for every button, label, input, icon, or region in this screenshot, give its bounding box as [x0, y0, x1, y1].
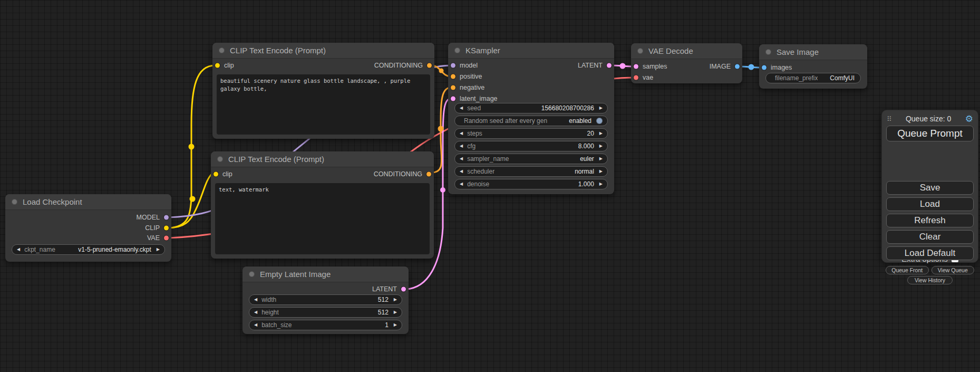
- widget-label: filename_prefix: [775, 74, 818, 82]
- ckpt-name-widget[interactable]: ◀ ckpt_name v1-5-pruned-emaonly.ckpt ▶: [12, 244, 165, 255]
- collapse-dot-icon[interactable]: [12, 199, 17, 205]
- clip-output-port[interactable]: [164, 226, 169, 231]
- link-midpoint-dot: [439, 69, 444, 73]
- increment-arrow-icon[interactable]: ▶: [394, 310, 397, 314]
- clip-input-port[interactable]: [214, 172, 218, 177]
- view-history-button[interactable]: View History: [907, 276, 953, 284]
- image-output-port[interactable]: [735, 64, 740, 69]
- negative-input-port[interactable]: [451, 85, 455, 90]
- decrement-arrow-icon[interactable]: ◀: [460, 106, 463, 110]
- denoise-widget[interactable]: ◀ denoise 1.000 ▶: [454, 179, 608, 189]
- drag-handle-icon[interactable]: ⠿: [887, 116, 892, 122]
- node-title-bar[interactable]: Load Checkpoint: [5, 194, 171, 210]
- view-queue-button[interactable]: View Queue: [932, 266, 975, 274]
- decrement-arrow-icon[interactable]: ◀: [460, 131, 463, 136]
- positive-input-port[interactable]: [451, 74, 455, 79]
- load-button[interactable]: Load: [886, 197, 974, 211]
- latent-image-input-port[interactable]: [451, 97, 455, 101]
- collapse-dot-icon[interactable]: [217, 156, 223, 162]
- queue-prompt-button[interactable]: Queue Prompt: [886, 126, 974, 141]
- sampler-name-widget[interactable]: ◀ sampler_name euler ▶: [454, 154, 608, 164]
- slot-vae-output: VAE: [147, 233, 171, 243]
- width-widget[interactable]: ◀ width 512 ▶: [249, 294, 402, 305]
- increment-arrow-icon[interactable]: ▶: [157, 247, 160, 252]
- settings-gear-icon[interactable]: ⚙: [965, 115, 973, 123]
- batch-size-widget[interactable]: ◀ batch_size 1 ▶: [249, 320, 402, 330]
- decrement-arrow-icon[interactable]: ◀: [254, 310, 257, 314]
- link-midpoint-dot: [749, 64, 754, 70]
- toggle-indicator-icon[interactable]: [596, 118, 603, 124]
- decrement-arrow-icon[interactable]: ◀: [460, 169, 463, 174]
- vae-output-port[interactable]: [164, 236, 169, 241]
- decrement-arrow-icon[interactable]: ◀: [460, 157, 463, 161]
- increment-arrow-icon[interactable]: ▶: [394, 298, 397, 302]
- widget-label: seed: [467, 104, 481, 112]
- height-widget[interactable]: ◀ height 512 ▶: [249, 307, 402, 318]
- node-clip-text-encode-positive[interactable]: CLIP Text Encode (Prompt) clip CONDITION…: [212, 43, 434, 139]
- node-title-bar[interactable]: Save Image: [759, 44, 867, 60]
- node-title-bar[interactable]: VAE Decode: [631, 43, 742, 59]
- decrement-arrow-icon[interactable]: ◀: [460, 144, 463, 148]
- queue-front-button[interactable]: Queue Front: [886, 266, 929, 274]
- negative-prompt-textarea[interactable]: text, watermark: [215, 183, 430, 254]
- widget-value: 156680208700286: [541, 104, 594, 112]
- slot-label: IMAGE: [710, 63, 731, 70]
- cfg-widget[interactable]: ◀ cfg 8.000 ▶: [454, 141, 608, 151]
- save-button[interactable]: Save: [886, 181, 974, 195]
- collapse-dot-icon[interactable]: [637, 48, 643, 54]
- conditioning-output-port[interactable]: [427, 63, 432, 68]
- steps-widget[interactable]: ◀ steps 20 ▶: [454, 128, 608, 139]
- model-input-port[interactable]: [451, 63, 455, 68]
- node-empty-latent-image[interactable]: Empty Latent Image LATENT ◀ width 512 ▶ …: [242, 266, 409, 334]
- node-ksampler[interactable]: KSampler model positive negative latent_…: [448, 43, 614, 194]
- positive-prompt-textarea[interactable]: beautiful scenery nature glass bottle la…: [217, 74, 430, 135]
- slot-label: clip: [222, 170, 232, 178]
- increment-arrow-icon[interactable]: ▶: [599, 106, 603, 110]
- link-clip-to-negative-prompt: [169, 173, 213, 228]
- clear-button[interactable]: Clear: [886, 230, 974, 244]
- node-title-bar[interactable]: Empty Latent Image: [242, 266, 409, 282]
- increment-arrow-icon[interactable]: ▶: [599, 182, 603, 186]
- node-graph-canvas[interactable]: Load Checkpoint MODEL CLIP VAE ◀ ckpt_na…: [0, 0, 980, 372]
- collapse-dot-icon[interactable]: [765, 49, 771, 55]
- decrement-arrow-icon[interactable]: ◀: [460, 182, 463, 186]
- node-vae-decode[interactable]: VAE Decode samples vae IMAGE: [631, 43, 742, 83]
- decrement-arrow-icon[interactable]: ◀: [254, 323, 257, 327]
- load-default-button[interactable]: Load Default: [886, 246, 974, 260]
- model-output-port[interactable]: [164, 215, 169, 220]
- node-title-bar[interactable]: CLIP Text Encode (Prompt): [212, 43, 434, 59]
- node-title-bar[interactable]: KSampler: [448, 43, 614, 59]
- increment-arrow-icon[interactable]: ▶: [599, 131, 603, 136]
- collapse-dot-icon[interactable]: [219, 47, 225, 53]
- conditioning-output-port[interactable]: [426, 172, 431, 177]
- node-title-bar[interactable]: CLIP Text Encode (Prompt): [211, 151, 434, 167]
- widget-label: height: [261, 309, 279, 316]
- decrement-arrow-icon[interactable]: ◀: [254, 298, 257, 302]
- clip-input-port[interactable]: [215, 63, 220, 68]
- increment-arrow-icon[interactable]: ▶: [599, 144, 603, 148]
- slot-latent-image-input: latent_image: [448, 93, 498, 104]
- link-clip-to-positive-prompt: [169, 65, 215, 228]
- filename-prefix-widget[interactable]: filename_prefix ComfyUI: [765, 73, 861, 83]
- vae-input-port[interactable]: [634, 75, 638, 80]
- slot-label: positive: [460, 73, 482, 80]
- increment-arrow-icon[interactable]: ▶: [394, 323, 397, 327]
- collapse-dot-icon[interactable]: [454, 47, 460, 53]
- collapse-dot-icon[interactable]: [249, 271, 255, 277]
- decrement-arrow-icon[interactable]: ◀: [17, 247, 20, 252]
- latent-output-port[interactable]: [401, 287, 406, 292]
- samples-input-port[interactable]: [634, 64, 638, 69]
- latent-output-port[interactable]: [607, 63, 612, 68]
- refresh-button[interactable]: Refresh: [886, 214, 974, 227]
- random-seed-widget[interactable]: Random seed after every gen enabled: [454, 116, 608, 126]
- images-input-port[interactable]: [762, 65, 766, 70]
- slot-label: CONDITIONING: [374, 62, 423, 69]
- increment-arrow-icon[interactable]: ▶: [599, 157, 603, 161]
- node-clip-text-encode-negative[interactable]: CLIP Text Encode (Prompt) clip CONDITION…: [211, 151, 434, 259]
- node-load-checkpoint[interactable]: Load Checkpoint MODEL CLIP VAE ◀ ckpt_na…: [5, 194, 171, 262]
- seed-widget[interactable]: ◀ seed 156680208700286 ▶: [454, 103, 608, 113]
- slot-label: VAE: [147, 234, 160, 242]
- increment-arrow-icon[interactable]: ▶: [599, 169, 603, 174]
- node-save-image[interactable]: Save Image images filename_prefix ComfyU…: [759, 44, 867, 89]
- scheduler-widget[interactable]: ◀ scheduler normal ▶: [454, 166, 608, 177]
